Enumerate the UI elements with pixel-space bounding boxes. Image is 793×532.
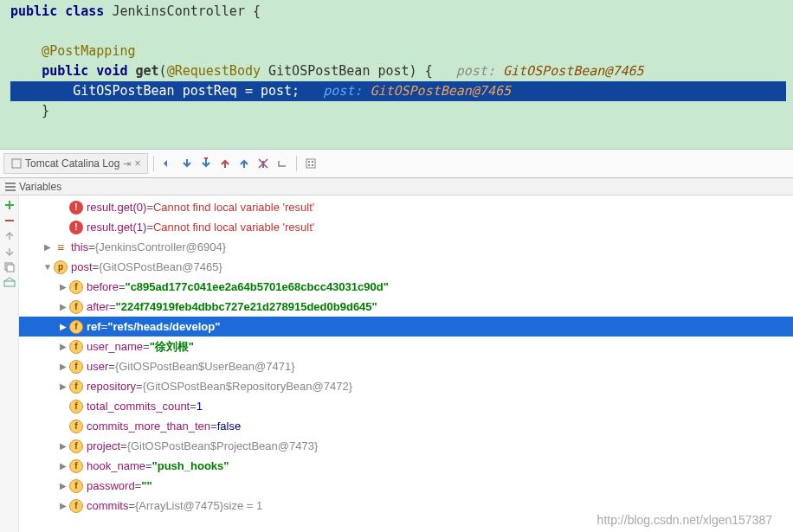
- variable-value: Cannot find local variable 'result': [153, 221, 314, 234]
- svg-rect-4: [312, 161, 313, 163]
- variable-row[interactable]: ▶fcommits = {ArrayList@7475} size = 1: [19, 496, 793, 516]
- code-line[interactable]: }: [10, 101, 786, 121]
- variable-value: {GitOSPostBean$UserBean@7471}: [115, 360, 295, 373]
- p-badge-icon: p: [54, 260, 68, 274]
- lines-badge-icon: ≡: [54, 240, 68, 254]
- code-line[interactable]: public class JenkinsController {: [10, 2, 786, 22]
- variables-panel-header: Variables: [0, 178, 793, 195]
- variable-row[interactable]: ▶≡this = {JenkinsController@6904}: [19, 237, 793, 257]
- expand-arrow[interactable]: ▶: [57, 362, 69, 371]
- expand-arrow[interactable]: ▶: [57, 481, 69, 490]
- svg-rect-11: [7, 265, 14, 272]
- variable-row[interactable]: ▶fbefore = "c895ad177c041ee2a64b5701e68c…: [19, 277, 793, 297]
- pin-icon[interactable]: ⇥: [123, 158, 131, 170]
- copy-icon[interactable]: [3, 261, 16, 273]
- inspect-icon[interactable]: [3, 277, 16, 289]
- variable-name: project: [87, 439, 120, 452]
- variables-gutter: [0, 195, 19, 532]
- f-badge-icon: f: [69, 479, 83, 493]
- step-out-button[interactable]: [216, 155, 234, 172]
- expand-arrow[interactable]: ▶: [57, 381, 69, 391]
- step-into-button[interactable]: [178, 155, 196, 172]
- expand-arrow[interactable]: ▶: [42, 242, 54, 252]
- variables-tree[interactable]: !result.get(0) = Cannot find local varia…: [19, 195, 793, 532]
- code-line[interactable]: public void get(@RequestBody GitOSPostBe…: [10, 61, 786, 81]
- expand-arrow[interactable]: ▶: [57, 302, 69, 311]
- variable-name: total_commits_count: [87, 400, 190, 413]
- svg-rect-7: [5, 183, 16, 184]
- f-badge-icon: f: [69, 280, 83, 294]
- variable-name: after: [87, 300, 109, 313]
- variable-row[interactable]: ftotal_commits_count = 1: [19, 396, 793, 416]
- expand-arrow[interactable]: ▶: [57, 342, 69, 351]
- tab-label: Tomcat Catalina Log: [25, 157, 119, 170]
- variable-value: "": [141, 479, 152, 492]
- svg-rect-1: [204, 157, 208, 159]
- code-line[interactable]: @PostMapping: [10, 42, 786, 61]
- variable-row[interactable]: ▶fref = "refs/heads/develop": [19, 317, 793, 337]
- variable-row[interactable]: ▶fhook_name = "push_hooks": [19, 456, 793, 476]
- force-step-into-button[interactable]: [197, 155, 215, 172]
- expand-arrow[interactable]: ▶: [57, 501, 69, 510]
- evaluate-button[interactable]: [274, 155, 291, 172]
- variable-value: {GitOSPostBean@7465}: [99, 260, 222, 273]
- variable-row[interactable]: ▶frepository = {GitOSPostBean$Repository…: [19, 376, 793, 396]
- variable-value: "224f74919feb4dbbc727e21d278915ded0b9d64…: [116, 300, 377, 313]
- f-badge-icon: f: [69, 459, 83, 473]
- move-down-icon[interactable]: [3, 246, 16, 258]
- expand-arrow[interactable]: ▼: [42, 262, 54, 272]
- f-badge-icon: f: [69, 499, 83, 513]
- variable-row[interactable]: ▶fproject = {GitOSPostBean$ProjectBean@7…: [19, 436, 793, 456]
- variable-row[interactable]: ▶fafter = "224f74919feb4dbbc727e21d27891…: [19, 297, 793, 317]
- svg-rect-9: [5, 189, 16, 191]
- svg-rect-12: [4, 281, 15, 286]
- f-badge-icon: f: [69, 300, 83, 314]
- variable-value: "徐刘根": [150, 339, 194, 355]
- expand-arrow[interactable]: ▶: [57, 441, 69, 451]
- variables-body: !result.get(0) = Cannot find local varia…: [0, 195, 793, 532]
- drop-frame-button[interactable]: [255, 155, 272, 172]
- variable-value: {GitOSPostBean$ProjectBean@7473}: [127, 439, 319, 452]
- code-editor[interactable]: public class JenkinsController { @PostMa…: [0, 0, 793, 149]
- remove-watch-icon[interactable]: [3, 215, 16, 227]
- expand-arrow[interactable]: ▶: [57, 461, 69, 471]
- variable-row[interactable]: !result.get(0) = Cannot find local varia…: [19, 197, 793, 217]
- svg-rect-3: [308, 161, 310, 163]
- code-line[interactable]: [10, 22, 786, 42]
- variable-value: {ArrayList@7475}: [135, 499, 223, 512]
- variable-row[interactable]: ▶fpassword = "": [19, 476, 793, 496]
- add-watch-icon[interactable]: [3, 199, 16, 211]
- variable-name: this: [71, 240, 88, 253]
- code-line[interactable]: GitOSPostBean postReq = post; post: GitO…: [10, 81, 786, 101]
- variable-row[interactable]: fcommits_more_than_ten = false: [19, 416, 793, 436]
- err-badge-icon: !: [69, 201, 83, 215]
- variable-row[interactable]: ▼ppost = {GitOSPostBean@7465}: [19, 257, 793, 277]
- variable-name: user_name: [87, 340, 143, 353]
- variable-name: ref: [87, 320, 101, 333]
- tomcat-icon: [11, 158, 22, 169]
- variable-row[interactable]: ▶fuser = {GitOSPostBean$UserBean@7471}: [19, 356, 793, 376]
- debug-toolbar: Tomcat Catalina Log ⇥ ×: [0, 149, 793, 178]
- svg-rect-8: [5, 186, 16, 188]
- expand-arrow[interactable]: ▶: [57, 322, 69, 331]
- svg-rect-2: [306, 159, 315, 168]
- step-over-button[interactable]: [159, 155, 177, 172]
- run-to-cursor-button[interactable]: [235, 155, 253, 172]
- move-up-icon[interactable]: [3, 230, 16, 242]
- variable-row[interactable]: ▶fuser_name = "徐刘根": [19, 337, 793, 356]
- variable-name: user: [87, 360, 108, 373]
- variable-name: commits_more_than_ten: [87, 420, 210, 433]
- variable-value: 1: [197, 400, 203, 413]
- variable-value: "refs/heads/develop": [107, 320, 220, 333]
- variable-value: Cannot find local variable 'result': [153, 201, 314, 214]
- variable-row[interactable]: !result.get(1) = Cannot find local varia…: [19, 217, 793, 237]
- f-badge-icon: f: [69, 320, 83, 334]
- f-badge-icon: f: [69, 420, 83, 433]
- variable-name: post: [71, 260, 93, 273]
- variable-name: result.get(1): [87, 221, 146, 234]
- expand-arrow[interactable]: ▶: [57, 282, 69, 292]
- settings-button[interactable]: [302, 155, 319, 172]
- close-icon[interactable]: ×: [134, 157, 140, 170]
- log-tab[interactable]: Tomcat Catalina Log ⇥ ×: [3, 153, 148, 174]
- variable-name: before: [87, 280, 119, 293]
